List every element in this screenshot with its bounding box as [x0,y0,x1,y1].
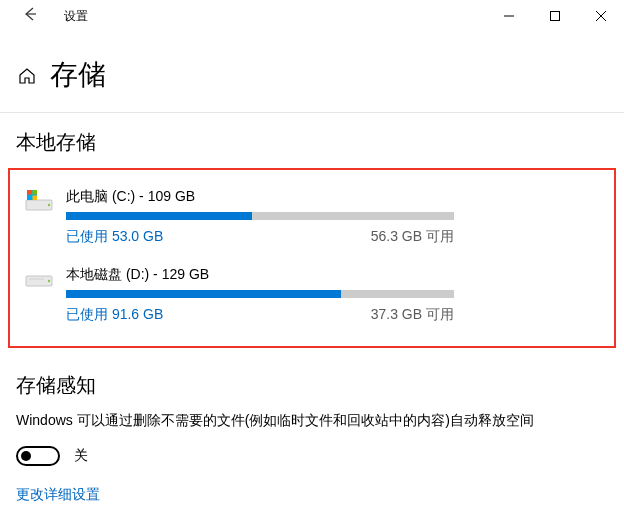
drive-item-c[interactable]: 此电脑 (C:) - 109 GB 已使用 53.0 GB 56.3 GB 可用 [24,178,600,256]
storage-sense-toggle[interactable] [16,446,60,466]
window-title: 设置 [64,8,88,25]
drive-free: 37.3 GB 可用 [371,306,454,324]
titlebar: 设置 [0,0,624,32]
local-storage-section: 本地存储 [0,113,624,156]
toggle-knob [21,451,31,461]
toggle-state-label: 关 [74,447,88,465]
drives-highlight: 此电脑 (C:) - 109 GB 已使用 53.0 GB 56.3 GB 可用… [8,168,616,348]
home-icon[interactable] [18,67,36,88]
drive-used: 已使用 53.0 GB [66,228,163,246]
svg-rect-9 [33,190,38,195]
drive-info: 本地磁盘 (D:) - 129 GB 已使用 91.6 GB 37.3 GB 可… [66,266,600,324]
svg-rect-11 [33,196,38,201]
drive-icon [24,266,58,295]
svg-point-6 [48,204,50,206]
close-button[interactable] [578,0,624,32]
local-storage-heading: 本地存储 [16,129,608,156]
drive-free: 56.3 GB 可用 [371,228,454,246]
page-title: 存储 [50,56,106,94]
storage-sense-heading: 存储感知 [16,372,608,399]
window-controls [486,0,624,32]
svg-rect-10 [27,196,32,201]
link-detail-settings[interactable]: 更改详细设置 [16,486,608,504]
back-icon[interactable] [14,2,46,30]
drive-stats: 已使用 53.0 GB 56.3 GB 可用 [66,228,454,246]
drive-item-d[interactable]: 本地磁盘 (D:) - 129 GB 已使用 91.6 GB 37.3 GB 可… [24,256,600,334]
storage-sense-description: Windows 可以通过删除不需要的文件(例如临时文件和回收站中的内容)自动释放… [16,411,556,430]
usage-bar [66,212,454,220]
svg-rect-8 [27,190,32,195]
drive-info: 此电脑 (C:) - 109 GB 已使用 53.0 GB 56.3 GB 可用 [66,188,600,246]
drive-icon-system [24,188,58,217]
drive-name: 本地磁盘 (D:) - 129 GB [66,266,600,284]
toggle-row: 关 [16,446,608,466]
usage-bar-fill [66,212,252,220]
page-header: 存储 [0,32,624,112]
usage-bar [66,290,454,298]
drive-stats: 已使用 91.6 GB 37.3 GB 可用 [66,306,454,324]
maximize-button[interactable] [532,0,578,32]
usage-bar-fill [66,290,341,298]
minimize-button[interactable] [486,0,532,32]
drive-used: 已使用 91.6 GB [66,306,163,324]
storage-sense-section: 存储感知 Windows 可以通过删除不需要的文件(例如临时文件和回收站中的内容… [0,348,624,511]
svg-rect-2 [551,12,560,21]
drive-name: 此电脑 (C:) - 109 GB [66,188,600,206]
svg-point-13 [48,280,50,282]
